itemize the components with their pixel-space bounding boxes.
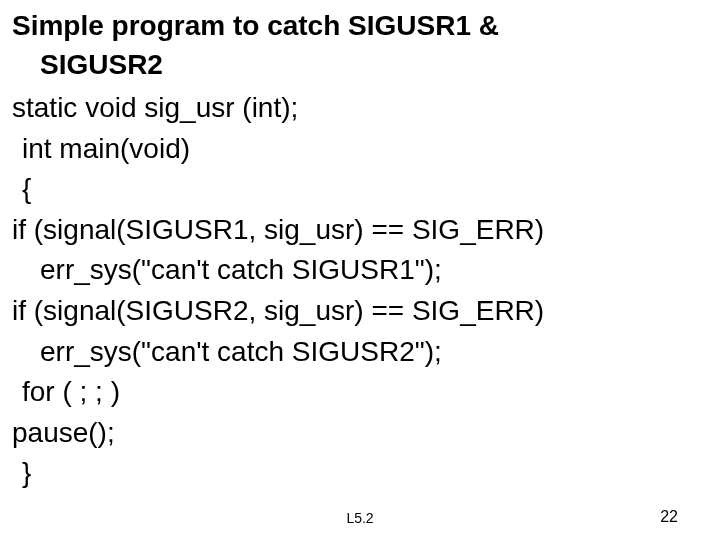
code-line: for ( ; ; ) [12, 372, 708, 413]
code-line: { [12, 169, 708, 210]
code-line: pause(); [12, 413, 708, 454]
code-line: static void sig_usr (int); [12, 88, 708, 129]
footer-page-number: 22 [660, 508, 678, 526]
code-line: err_sys("can't catch SIGUSR2"); [12, 332, 708, 373]
slide-title-line2: SIGUSR2 [12, 47, 708, 82]
code-line: if (signal(SIGUSR1, sig_usr) == SIG_ERR) [12, 210, 708, 251]
code-line: err_sys("can't catch SIGUSR1"); [12, 250, 708, 291]
slide-title-line1: Simple program to catch SIGUSR1 & [12, 8, 708, 43]
code-line: if (signal(SIGUSR2, sig_usr) == SIG_ERR) [12, 291, 708, 332]
slide: Simple program to catch SIGUSR1 & SIGUSR… [0, 0, 720, 540]
footer-center: L5.2 [0, 510, 720, 526]
code-line: } [12, 453, 708, 494]
code-block: static void sig_usr (int);int main(void)… [12, 88, 708, 494]
code-line: int main(void) [12, 129, 708, 170]
